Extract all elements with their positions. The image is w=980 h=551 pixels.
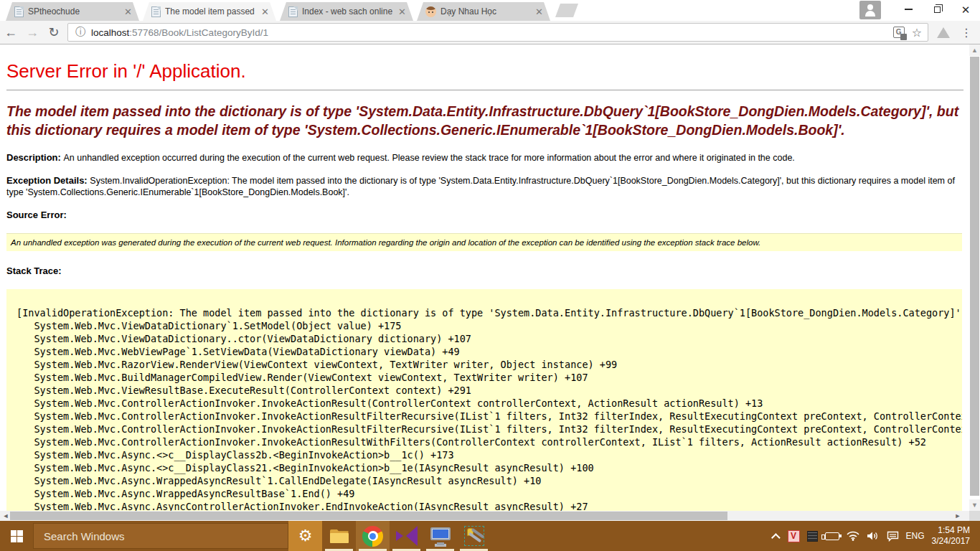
stack-trace-text: [InvalidOperationException: The model it… xyxy=(17,306,962,511)
scroll-up-icon[interactable]: ▲ xyxy=(969,44,980,56)
taskbar-admin-tools-button[interactable] xyxy=(457,521,491,551)
tab-title: Dạy Nhau Học xyxy=(440,6,529,17)
stack-trace-label: Stack Trace: xyxy=(6,265,963,276)
scroll-right-icon[interactable]: ► xyxy=(952,511,963,521)
browser-toolbar: ← → ↻ ⓘ localhost:57768/Book/ListCategor… xyxy=(0,21,980,44)
new-tab-button[interactable] xyxy=(555,4,578,17)
face-favicon-icon xyxy=(425,6,436,17)
taskbar-monitor-app-button[interactable] xyxy=(423,521,457,551)
window-controls: ✕ xyxy=(859,0,980,21)
gear-icon: ⚙ xyxy=(298,528,313,544)
description-label: Description: xyxy=(6,152,63,163)
tab-strip: SPtheochude ✕ The model item passed i ✕ … xyxy=(0,0,980,21)
tray-v-app-icon[interactable]: V xyxy=(788,530,800,542)
clock-date: 3/24/2017 xyxy=(932,536,970,547)
clock-time: 1:54 PM xyxy=(932,525,970,536)
description-paragraph: Description: An unhandled exception occu… xyxy=(6,152,961,164)
taskbar-settings-button[interactable]: ⚙ xyxy=(288,521,322,551)
system-tray: V ENG 1:54 PM 3/24/2017 xyxy=(774,521,980,551)
profile-avatar-button[interactable] xyxy=(859,1,881,19)
taskbar-search[interactable] xyxy=(33,523,288,549)
close-icon: ✕ xyxy=(961,4,971,15)
source-error-note: An unhandled exception was generated dur… xyxy=(6,233,962,251)
folder-icon xyxy=(330,529,349,543)
scrollbar-corner xyxy=(969,511,980,521)
scroll-down-icon[interactable]: ▼ xyxy=(969,499,980,511)
restore-button[interactable] xyxy=(923,0,951,19)
chrome-icon xyxy=(362,526,383,547)
windows-logo-icon xyxy=(11,530,23,542)
page-favicon-icon xyxy=(288,6,298,17)
taskbar-chrome-button[interactable] xyxy=(356,521,390,551)
vertical-scroll-thumb[interactable] xyxy=(970,57,979,496)
tab-close-icon[interactable]: ✕ xyxy=(260,7,270,17)
tab-close-icon[interactable]: ✕ xyxy=(123,7,133,17)
tab-title: The model item passed i xyxy=(165,6,255,17)
taskbar-file-explorer-button[interactable] xyxy=(322,521,356,551)
tab-day-nhau-hoc[interactable]: Dạy Nhau Học ✕ xyxy=(417,2,550,21)
visual-studio-icon xyxy=(396,526,418,546)
minimize-button[interactable] xyxy=(894,0,923,19)
refresh-button[interactable]: ↻ xyxy=(43,24,65,40)
tab-title: SPtheochude xyxy=(28,6,118,17)
url-path: :57768/Book/ListCategoryById/1 xyxy=(129,27,268,38)
page-info-icon[interactable]: ⓘ xyxy=(75,26,85,39)
description-text: An unhandled exception occurred during t… xyxy=(63,153,794,163)
volume-icon[interactable] xyxy=(867,531,880,541)
tab-close-icon[interactable]: ✕ xyxy=(397,7,407,17)
exception-label: Exception Details: xyxy=(6,175,90,186)
action-center-icon[interactable] xyxy=(887,531,899,542)
error-subtitle: The model item passed into the dictionar… xyxy=(6,102,961,139)
browser-window: SPtheochude ✕ The model item passed i ✕ … xyxy=(0,0,980,521)
horizontal-scroll-thumb[interactable] xyxy=(10,512,727,520)
extension-icon[interactable] xyxy=(937,27,950,38)
tab-close-icon[interactable]: ✕ xyxy=(534,7,545,17)
error-page-content: Server Error in '/' Application. The mod… xyxy=(0,44,969,511)
exception-paragraph: Exception Details: System.InvalidOperati… xyxy=(6,175,961,198)
browser-menu-icon[interactable]: ⋮ xyxy=(957,26,976,39)
bookmark-star-icon[interactable]: ☆ xyxy=(912,26,922,39)
tab-title: Index - web sach online xyxy=(302,6,392,17)
back-button[interactable]: ← xyxy=(0,25,22,40)
page-favicon-icon xyxy=(14,6,24,17)
address-bar[interactable]: ⓘ localhost:57768/Book/ListCategoryById/… xyxy=(67,23,928,42)
tray-chevron-up-icon[interactable] xyxy=(771,533,781,542)
restore-icon xyxy=(934,6,941,13)
url-host: localhost xyxy=(91,27,129,38)
tray-grid-app-icon[interactable] xyxy=(807,531,818,542)
battery-icon[interactable] xyxy=(825,532,839,540)
tab-sptheochude[interactable]: SPtheochude ✕ xyxy=(6,2,139,21)
vertical-scrollbar[interactable]: ▲ ▼ xyxy=(969,44,980,511)
tools-icon xyxy=(464,526,484,546)
forward-button[interactable]: → xyxy=(22,25,43,40)
divider xyxy=(6,90,963,90)
url-text[interactable]: localhost:57768/Book/ListCategoryById/1 xyxy=(91,27,268,38)
taskbar: ⚙ V xyxy=(0,521,980,551)
taskbar-visual-studio-button[interactable] xyxy=(390,521,423,551)
exception-text: System.InvalidOperationException: The mo… xyxy=(6,176,955,197)
tab-error-page[interactable]: The model item passed i ✕ xyxy=(143,2,276,21)
translate-icon[interactable]: G xyxy=(893,27,905,38)
minimize-icon xyxy=(905,9,913,10)
source-error-label: Source Error: xyxy=(6,209,963,220)
wifi-icon[interactable] xyxy=(847,531,859,541)
close-button[interactable]: ✕ xyxy=(951,0,980,19)
language-indicator[interactable]: ENG xyxy=(906,531,925,541)
search-input[interactable] xyxy=(34,530,288,542)
tab-index-web-sach[interactable]: Index - web sach online ✕ xyxy=(280,2,413,21)
horizontal-scrollbar[interactable]: ◄ ► xyxy=(0,511,969,521)
taskbar-clock[interactable]: 1:54 PM 3/24/2017 xyxy=(932,525,970,547)
monitor-icon xyxy=(430,527,451,545)
page-title: Server Error in '/' Application. xyxy=(6,60,963,83)
start-button[interactable] xyxy=(0,521,33,551)
page-favicon-icon xyxy=(151,6,161,17)
stack-trace-box: [InvalidOperationException: The model it… xyxy=(6,289,962,511)
